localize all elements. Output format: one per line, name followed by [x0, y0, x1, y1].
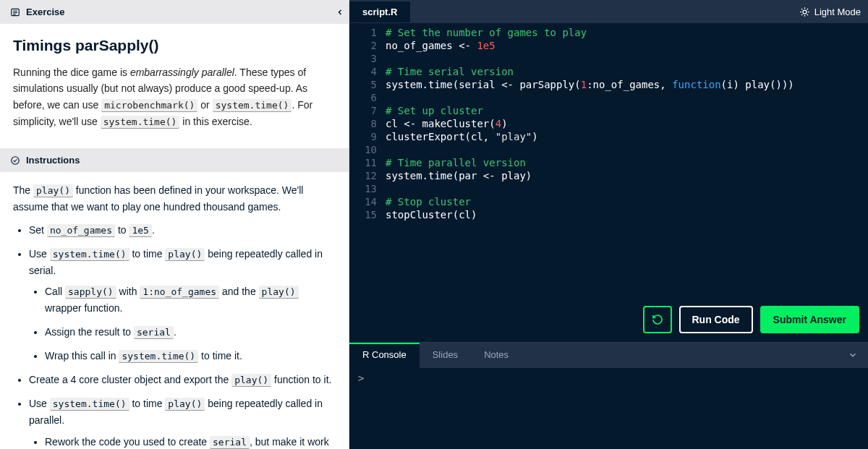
exercise-body: Timings parSapply() Running the dice gam… [0, 24, 349, 137]
reset-button[interactable] [643, 306, 672, 333]
console-tabs: R Console Slides Notes [349, 342, 868, 368]
code-chip: play() [33, 184, 73, 197]
code-chip: microbenchmark() [101, 99, 197, 112]
exercise-description: Running the dice game is embarrassingly … [13, 64, 336, 129]
right-panel: script.R Light Mode 12345678910111213141… [349, 0, 868, 449]
instruction-item: Use system.time() to time play() being r… [29, 246, 336, 365]
svg-point-5 [803, 10, 807, 14]
instruction-subitem: Assign the result to serial. [45, 324, 336, 341]
collapse-button[interactable] [331, 0, 349, 24]
svg-line-11 [807, 14, 807, 14]
instruction-item: Use system.time() to time play() being r… [29, 395, 336, 449]
console-collapse[interactable] [838, 343, 868, 368]
exercise-header: Exercise [0, 0, 349, 24]
instructions-label: Instructions [26, 155, 80, 166]
instruction-item: Set no_of_games to 1e5. [29, 222, 336, 239]
line-gutter: 123456789101112131415 [349, 26, 386, 221]
svg-line-12 [801, 14, 802, 14]
exercise-title: Timings parSapply() [13, 37, 336, 54]
code-editor[interactable]: 123456789101112131415 # Set the number o… [349, 23, 868, 224]
file-tab[interactable]: script.R [349, 1, 410, 22]
left-panel: Exercise Timings parSapply() Running the… [0, 0, 349, 449]
instruction-subitem: Call sapply() with 1:no_of_games and the… [45, 283, 336, 317]
svg-line-13 [807, 9, 807, 9]
editor-tabbar: script.R Light Mode [349, 0, 868, 23]
instructions-header: Instructions [0, 148, 349, 172]
console-tab-slides[interactable]: Slides [420, 343, 471, 368]
instruction-subitem: Wrap this call in system.time() to time … [45, 348, 336, 364]
action-bar: Run Code Submit Answer [349, 297, 868, 342]
console-prompt: > [358, 372, 364, 384]
console-body[interactable]: > [349, 368, 868, 450]
svg-point-4 [12, 157, 20, 165]
instructions-intro: The play() function has been defined in … [13, 182, 336, 215]
check-circle-icon [10, 155, 20, 166]
sun-icon [799, 7, 810, 17]
console-tab-rconsole[interactable]: R Console [349, 343, 420, 368]
console-tab-notes[interactable]: Notes [471, 343, 522, 368]
code-lines[interactable]: # Set the number of games to playno_of_g… [386, 26, 868, 221]
run-code-button[interactable]: Run Code [679, 306, 753, 333]
submit-answer-button[interactable]: Submit Answer [760, 306, 859, 333]
instructions-body: The play() function has been defined in … [0, 182, 349, 449]
list-icon [10, 7, 20, 17]
instruction-subitem: Rework the code you used to create seria… [45, 434, 336, 450]
code-chip: system.time() [101, 116, 180, 129]
light-mode-toggle[interactable]: Light Mode [792, 7, 868, 17]
instruction-item: Create a 4 core cluster object and expor… [29, 372, 336, 388]
svg-line-10 [801, 9, 802, 9]
exercise-label: Exercise [26, 7, 65, 17]
code-chip: system.time() [213, 99, 292, 112]
